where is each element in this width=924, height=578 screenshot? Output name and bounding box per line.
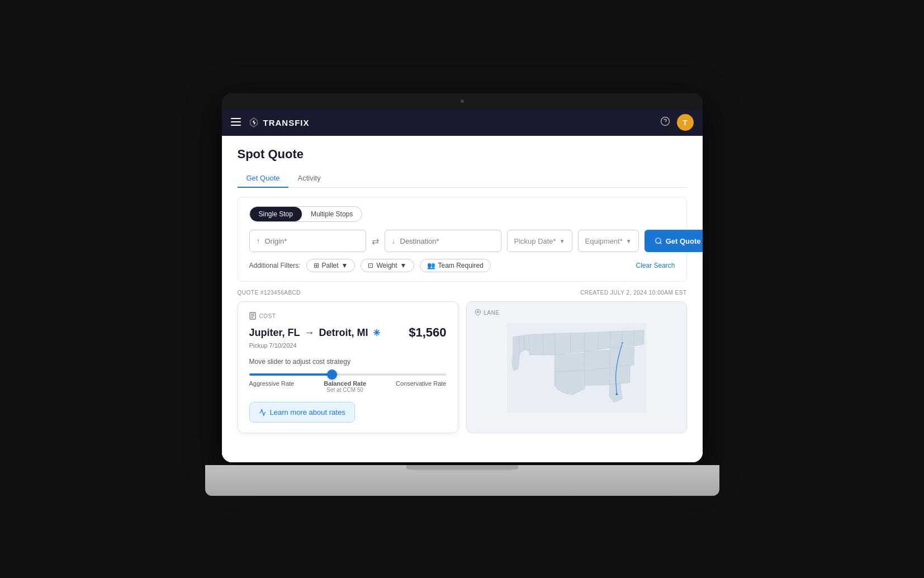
cost-route: Jupiter, FL → Detroit, MI ✳: [249, 327, 380, 339]
team-icon: 👥: [427, 262, 435, 269]
lane-header-label: LANE: [484, 310, 500, 316]
tabs-row: Get Quote Activity: [238, 169, 687, 188]
top-nav: TRANSFIX T: [222, 109, 703, 136]
learn-more-icon: [259, 409, 267, 416]
cost-header-label: COST: [259, 313, 276, 319]
get-quote-button[interactable]: Get Quote: [645, 230, 703, 252]
snowflake-icon: ✳: [373, 328, 380, 338]
pallet-label: Pallet: [322, 262, 339, 269]
multiple-stops-button[interactable]: Multiple Stops: [302, 207, 362, 221]
weight-label: Weight: [376, 262, 397, 269]
page-title: Spot Quote: [238, 147, 687, 162]
nav-right: T: [660, 114, 694, 131]
pickup-date-label: Pickup Date*: [514, 237, 556, 245]
destination-input[interactable]: [400, 237, 494, 245]
origin-input[interactable]: [265, 237, 359, 245]
search-row: ↑ ⇄ ↓ Pickup Date* ▼ Equ: [249, 230, 675, 252]
transfix-logo-icon: [248, 116, 260, 129]
route-arrow-icon: →: [305, 327, 315, 339]
quote-created: CREATED JULY 2, 2024 10:00AM EST: [580, 290, 687, 296]
team-filter[interactable]: 👥 Team Required: [420, 259, 491, 272]
quote-number: QUOTE #123456ABCD: [238, 290, 301, 296]
svg-point-5: [655, 238, 660, 243]
quote-form-card: Single Stop Multiple Stops ↑ ⇄ ↓: [238, 197, 687, 282]
stop-type-toggle: Single Stop Multiple Stops: [249, 206, 363, 222]
pallet-chevron: ▼: [342, 262, 348, 269]
pickup-date: Pickup 7/10/2024: [249, 342, 447, 349]
equipment-select[interactable]: Equipment* ▼: [578, 230, 639, 252]
filters-row: Additional Filters: ⊞ Pallet ▼ ⊡ Weight …: [249, 259, 675, 272]
main-content: Spot Quote Get Quote Activity Single Sto…: [222, 136, 703, 462]
origin-icon: ↑: [257, 236, 260, 245]
pallet-icon: ⊞: [314, 262, 319, 269]
balanced-rate-sub: Set at CCM 50: [324, 387, 366, 393]
pickup-date-chevron: ▼: [560, 238, 565, 244]
lane-pin-icon: [475, 309, 481, 316]
svg-point-10: [477, 311, 478, 313]
results-area: QUOTE #123456ABCD CREATED JULY 2, 2024 1…: [238, 290, 687, 433]
svg-rect-1: [231, 121, 241, 122]
lane-card: LANE: [466, 301, 687, 433]
laptop-hinge: [412, 465, 513, 471]
app-name: TRANSFIX: [263, 118, 310, 127]
slider-container[interactable]: Aggressive Rate Balanced Rate Set at CCM…: [249, 373, 447, 393]
cost-card-header: COST: [249, 312, 447, 320]
slider-thumb[interactable]: [327, 369, 337, 380]
weight-icon: ⊡: [368, 262, 373, 269]
results-grid: COST Jupiter, FL → Detroit, MI ✳ $1,560: [238, 301, 687, 433]
slider-track[interactable]: [249, 373, 447, 376]
balanced-rate-label: Balanced Rate: [324, 380, 366, 387]
get-quote-search-icon: [655, 237, 662, 245]
help-icon[interactable]: [660, 116, 670, 129]
weight-filter[interactable]: ⊡ Weight ▼: [361, 259, 414, 272]
user-avatar[interactable]: T: [677, 114, 694, 131]
swap-icon: ⇄: [372, 236, 379, 247]
origin-field[interactable]: ↑: [249, 230, 366, 252]
us-map-svg: [467, 323, 686, 413]
destination-city: Detroit, MI: [319, 327, 368, 339]
single-stop-button[interactable]: Single Stop: [250, 207, 302, 221]
tab-get-quote[interactable]: Get Quote: [238, 169, 289, 188]
pallet-filter[interactable]: ⊞ Pallet ▼: [306, 259, 356, 272]
equipment-label: Equipment*: [585, 237, 623, 245]
svg-point-13: [621, 342, 623, 344]
conservative-rate-label: Conservative Rate: [396, 380, 447, 393]
origin-city: Jupiter, FL: [249, 327, 300, 339]
filters-label: Additional Filters:: [249, 262, 301, 269]
cost-doc-icon: [249, 312, 256, 320]
quote-meta: QUOTE #123456ABCD CREATED JULY 2, 2024 1…: [238, 290, 687, 296]
clear-search-button[interactable]: Clear Search: [636, 262, 675, 269]
cost-route-row: Jupiter, FL → Detroit, MI ✳ $1,560: [249, 325, 447, 340]
camera-dot: [461, 100, 464, 103]
get-quote-label: Get Quote: [666, 237, 701, 245]
lane-card-header: LANE: [467, 302, 686, 323]
nav-logo: TRANSFIX: [248, 116, 660, 129]
equipment-chevron: ▼: [626, 238, 632, 244]
learn-more-button[interactable]: Learn more about rates: [249, 402, 355, 423]
balanced-rate-group: Balanced Rate Set at CCM 50: [324, 380, 366, 393]
menu-icon[interactable]: [231, 117, 241, 129]
cost-card: COST Jupiter, FL → Detroit, MI ✳ $1,560: [238, 301, 458, 433]
svg-rect-0: [231, 118, 241, 119]
laptop-base: [205, 465, 719, 496]
team-label: Team Required: [438, 262, 484, 269]
destination-icon: ↓: [392, 236, 396, 245]
camera-bar: [222, 93, 703, 109]
slider-labels: Aggressive Rate Balanced Rate Set at CCM…: [249, 380, 447, 393]
pickup-date-select[interactable]: Pickup Date* ▼: [507, 230, 572, 252]
weight-chevron: ▼: [400, 262, 407, 269]
svg-point-12: [615, 394, 618, 396]
svg-rect-2: [231, 125, 241, 126]
cost-price: $1,560: [409, 325, 446, 340]
slider-instruction: Move slider to adjust cost strategy: [249, 358, 447, 366]
destination-field[interactable]: ↓: [385, 230, 501, 252]
map-area: [467, 323, 686, 413]
aggressive-rate-label: Aggressive Rate: [249, 380, 295, 393]
learn-more-label: Learn more about rates: [270, 408, 345, 416]
tab-activity[interactable]: Activity: [288, 169, 329, 188]
